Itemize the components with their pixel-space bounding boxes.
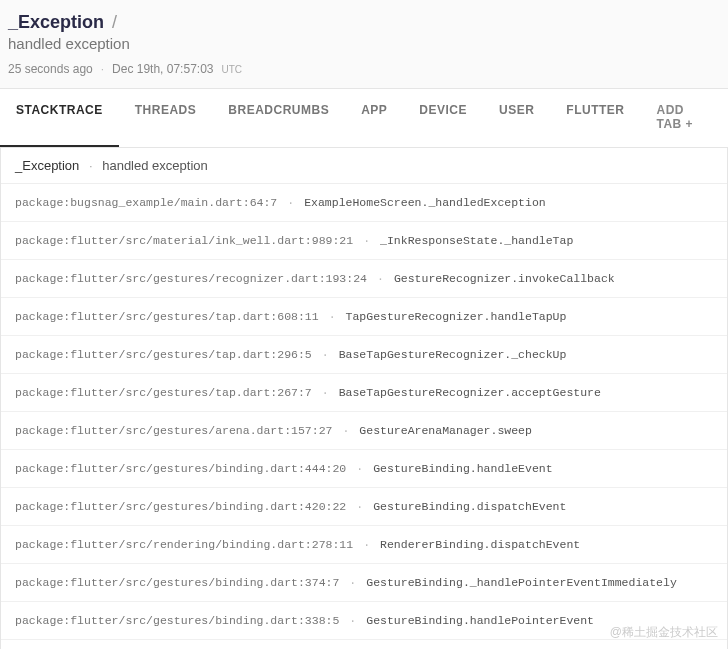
timezone: UTC xyxy=(222,64,243,75)
tab-add-tab[interactable]: ADD TAB + xyxy=(641,89,728,147)
absolute-time: Dec 19th, 07:57:03 xyxy=(112,62,213,76)
frame-separator: · xyxy=(329,310,336,323)
stack-frame[interactable]: package:flutter/src/material/ink_well.da… xyxy=(1,222,727,260)
frame-location: package:flutter/src/gestures/recognizer.… xyxy=(15,272,367,285)
exception-summary: _Exception · handled exception xyxy=(1,148,727,184)
frame-separator: · xyxy=(287,196,294,209)
frame-function: GestureBinding.handlePointerEvent xyxy=(366,614,594,627)
summary-message: handled exception xyxy=(102,158,208,173)
tab-bar: STACKTRACETHREADSBREADCRUMBSAPPDEVICEUSE… xyxy=(0,88,728,148)
frame-function: GestureRecognizer.invokeCallback xyxy=(394,272,615,285)
frame-function: GestureBinding.dispatchEvent xyxy=(373,500,566,513)
summary-exception: _Exception xyxy=(15,158,79,173)
frame-separator: · xyxy=(322,386,329,399)
frame-location: package:flutter/src/gestures/binding.dar… xyxy=(15,576,339,589)
frame-separator: · xyxy=(356,500,363,513)
frame-function: GestureArenaManager.sweep xyxy=(359,424,532,437)
frame-separator: · xyxy=(349,614,356,627)
stack-frame[interactable]: package:flutter/src/gestures/binding.dar… xyxy=(1,488,727,526)
stack-frame[interactable]: package:bugsnag_example/main.dart:64:7·E… xyxy=(1,184,727,222)
relative-time: 25 seconds ago xyxy=(8,62,93,76)
frame-function: BaseTapGestureRecognizer._checkUp xyxy=(339,348,567,361)
frame-location: package:flutter/src/gestures/tap.dart:26… xyxy=(15,386,312,399)
frame-location: package:flutter/src/material/ink_well.da… xyxy=(15,234,353,247)
frame-function: RendererBinding.dispatchEvent xyxy=(380,538,580,551)
exception-message: handled exception xyxy=(8,35,720,52)
stacktrace-panel: _Exception · handled exception package:b… xyxy=(0,148,728,649)
timestamp-row: 25 seconds ago · Dec 19th, 07:57:03 UTC xyxy=(8,62,720,76)
frame-separator: · xyxy=(356,462,363,475)
meta-separator: · xyxy=(101,62,104,76)
exception-type[interactable]: _Exception xyxy=(8,12,104,33)
frame-location: package:flutter/src/gestures/binding.dar… xyxy=(15,500,346,513)
frame-function: GestureBinding.handleEvent xyxy=(373,462,552,475)
frame-location: package:flutter/src/gestures/binding.dar… xyxy=(15,614,339,627)
stack-frame[interactable]: package:flutter/src/gestures/binding.dar… xyxy=(1,640,727,649)
breadcrumb: _Exception / xyxy=(8,12,720,33)
frame-separator: · xyxy=(322,348,329,361)
tab-user[interactable]: USER xyxy=(483,89,550,147)
stack-frame[interactable]: package:flutter/src/gestures/tap.dart:60… xyxy=(1,298,727,336)
stack-frames: package:bugsnag_example/main.dart:64:7·E… xyxy=(1,184,727,649)
frame-separator: · xyxy=(363,538,370,551)
stack-frame[interactable]: package:flutter/src/gestures/binding.dar… xyxy=(1,450,727,488)
stack-frame[interactable]: package:flutter/src/gestures/binding.dar… xyxy=(1,602,727,640)
frame-function: _InkResponseState._handleTap xyxy=(380,234,573,247)
frame-function: TapGestureRecognizer.handleTapUp xyxy=(346,310,567,323)
tab-device[interactable]: DEVICE xyxy=(403,89,483,147)
stack-frame[interactable]: package:flutter/src/gestures/binding.dar… xyxy=(1,564,727,602)
tab-threads[interactable]: THREADS xyxy=(119,89,213,147)
frame-location: package:flutter/src/gestures/arena.dart:… xyxy=(15,424,332,437)
stack-frame[interactable]: package:flutter/src/gestures/arena.dart:… xyxy=(1,412,727,450)
frame-function: ExampleHomeScreen._handledException xyxy=(304,196,546,209)
stack-frame[interactable]: package:flutter/src/gestures/tap.dart:26… xyxy=(1,374,727,412)
stack-frame[interactable]: package:flutter/src/gestures/recognizer.… xyxy=(1,260,727,298)
tab-flutter[interactable]: FLUTTER xyxy=(550,89,640,147)
breadcrumb-separator: / xyxy=(112,12,117,33)
frame-separator: · xyxy=(349,576,356,589)
tab-app[interactable]: APP xyxy=(345,89,403,147)
frame-separator: · xyxy=(377,272,384,285)
frame-location: package:bugsnag_example/main.dart:64:7 xyxy=(15,196,277,209)
frame-location: package:flutter/src/gestures/tap.dart:29… xyxy=(15,348,312,361)
tab-stacktrace[interactable]: STACKTRACE xyxy=(0,89,119,147)
error-header: _Exception / handled exception 25 second… xyxy=(0,0,728,84)
frame-location: package:flutter/src/rendering/binding.da… xyxy=(15,538,353,551)
tab-breadcrumbs[interactable]: BREADCRUMBS xyxy=(212,89,345,147)
frame-function: GestureBinding._handlePointerEventImmedi… xyxy=(366,576,677,589)
frame-separator: · xyxy=(342,424,349,437)
frame-location: package:flutter/src/gestures/tap.dart:60… xyxy=(15,310,319,323)
summary-separator: · xyxy=(89,158,93,173)
frame-location: package:flutter/src/gestures/binding.dar… xyxy=(15,462,346,475)
frame-function: BaseTapGestureRecognizer.acceptGesture xyxy=(339,386,601,399)
stack-frame[interactable]: package:flutter/src/gestures/tap.dart:29… xyxy=(1,336,727,374)
frame-separator: · xyxy=(363,234,370,247)
stack-frame[interactable]: package:flutter/src/rendering/binding.da… xyxy=(1,526,727,564)
